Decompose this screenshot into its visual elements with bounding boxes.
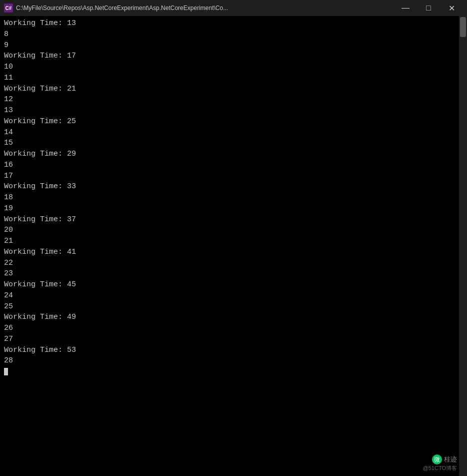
console-line: Working Time: 17 — [4, 51, 455, 62]
minimize-button[interactable]: — — [394, 0, 417, 16]
console-line: 10 — [4, 62, 455, 73]
console-line: 23 — [4, 268, 455, 279]
app-icon-label: C# — [6, 6, 12, 11]
console-line: 28 — [4, 355, 455, 366]
console-line: 13 — [4, 105, 455, 116]
console-wrapper: Working Time: 1389Working Time: 171011Wo… — [0, 16, 467, 476]
wechat-icon-label: 微 — [434, 455, 440, 464]
console-line: 20 — [4, 225, 455, 236]
console-line: 26 — [4, 323, 455, 334]
console-line: Working Time: 45 — [4, 279, 455, 290]
console-line: 24 — [4, 290, 455, 301]
console-line: 14 — [4, 127, 455, 138]
app-icon: C# — [4, 4, 13, 13]
console-line: 9 — [4, 40, 455, 51]
watermark-name: 桂迹 — [444, 455, 457, 464]
close-button[interactable]: ✕ — [440, 0, 463, 16]
window-title: C:\MyFile\Source\Repos\Asp.NetCoreExperi… — [16, 5, 390, 12]
console-line: 22 — [4, 258, 455, 269]
console-line: Working Time: 49 — [4, 312, 455, 323]
scrollbar[interactable] — [459, 16, 467, 476]
console-line: Working Time: 53 — [4, 345, 455, 356]
console-line: 8 — [4, 29, 455, 40]
watermark-top: 微 桂迹 — [432, 454, 457, 464]
console-cursor-line — [4, 366, 455, 375]
console-line: 25 — [4, 301, 455, 312]
cursor-blink — [4, 368, 8, 375]
window-controls: — □ ✕ — [394, 0, 463, 16]
console-line: Working Time: 37 — [4, 214, 455, 225]
watermark: 微 桂迹 @51CTO博客 — [423, 454, 457, 472]
cursor-prompt — [4, 367, 8, 375]
console-line: Working Time: 25 — [4, 116, 455, 127]
console-line: 18 — [4, 192, 455, 203]
watermark-sub: @51CTO博客 — [423, 464, 457, 472]
console-line: 17 — [4, 171, 455, 182]
maximize-button[interactable]: □ — [417, 0, 440, 16]
console-line: 11 — [4, 73, 455, 84]
console-line: 15 — [4, 138, 455, 149]
console-output: Working Time: 1389Working Time: 171011Wo… — [0, 16, 459, 476]
console-line: 27 — [4, 334, 455, 345]
console-line: Working Time: 33 — [4, 181, 455, 192]
console-line: Working Time: 29 — [4, 149, 455, 160]
console-line: 21 — [4, 236, 455, 247]
console-line: Working Time: 21 — [4, 84, 455, 95]
title-bar: C# C:\MyFile\Source\Repos\Asp.NetCoreExp… — [0, 0, 467, 16]
console-line: Working Time: 41 — [4, 247, 455, 258]
scrollbar-thumb[interactable] — [460, 17, 466, 37]
console-line: Working Time: 13 — [4, 18, 455, 29]
console-line: 12 — [4, 94, 455, 105]
console-line: 16 — [4, 160, 455, 171]
wechat-icon: 微 — [432, 454, 442, 464]
console-line: 19 — [4, 203, 455, 214]
